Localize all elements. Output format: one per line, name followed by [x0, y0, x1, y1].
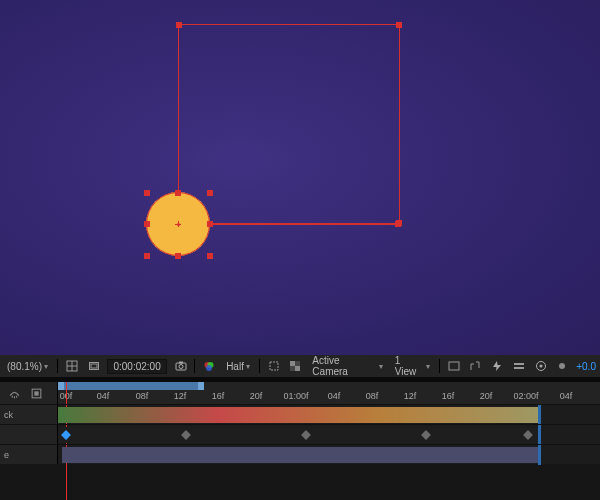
share-view-icon[interactable]: [446, 358, 462, 374]
safe-zones-icon[interactable]: [86, 358, 102, 374]
ruler-tick-label: 08f: [366, 391, 379, 401]
circle-handle-l[interactable]: [144, 221, 150, 227]
svg-rect-18: [514, 367, 524, 369]
transparency-grid-icon[interactable]: [288, 358, 304, 374]
view-layout-icon[interactable]: [64, 358, 80, 374]
svg-point-20: [539, 365, 542, 368]
svg-rect-12: [290, 361, 295, 366]
circle-handle-bl[interactable]: [144, 253, 150, 259]
track-lane[interactable]: [58, 444, 600, 464]
chevron-down-icon: ▾: [426, 362, 430, 371]
active-camera-dropdown[interactable]: Active Camera ▾: [309, 354, 385, 378]
track-label[interactable]: e: [0, 444, 58, 464]
motion-path-keyframe-vertex[interactable]: [395, 221, 401, 227]
snapshot-icon[interactable]: [173, 358, 189, 374]
timecode-value: 0:00:02:00: [113, 361, 160, 372]
track-row[interactable]: ck: [0, 404, 600, 424]
magnification-value: (80.1%): [7, 361, 42, 372]
circle-handle-b[interactable]: [175, 253, 181, 259]
track-label[interactable]: [0, 424, 58, 444]
svg-rect-14: [295, 361, 300, 366]
svg-rect-4: [91, 364, 97, 368]
channel-rgb-icon[interactable]: [201, 358, 217, 374]
ruler-tick-label: 16f: [442, 391, 455, 401]
separator: [439, 359, 440, 373]
comp-flowchart-icon[interactable]: [533, 358, 549, 374]
composition-viewport[interactable]: [0, 0, 600, 355]
fast-previews-icon[interactable]: [489, 358, 505, 374]
svg-rect-17: [514, 363, 524, 365]
region-of-interest-icon[interactable]: [266, 358, 282, 374]
ruler-tick-label: 12f: [404, 391, 417, 401]
ruler-tick-label: 04f: [560, 391, 573, 401]
resolution-value: Half: [226, 361, 244, 372]
svg-point-21: [559, 363, 565, 369]
comp-end-marker: [538, 425, 541, 445]
svg-rect-26: [34, 391, 38, 395]
circle-handle-t[interactable]: [175, 190, 181, 196]
layer-bar[interactable]: [62, 447, 540, 463]
work-area-end-grip[interactable]: [198, 382, 204, 390]
reset-exposure-icon[interactable]: [554, 358, 570, 374]
track-label[interactable]: ck: [0, 404, 58, 424]
chevron-down-icon: ▾: [44, 362, 48, 371]
timeline-left-header: [0, 382, 58, 404]
current-time-indicator[interactable]: [66, 382, 67, 404]
ruler-tick-label: 16f: [212, 391, 225, 401]
ruler-tick-label: 02:00f: [513, 391, 538, 401]
ruler-tick-label: 04f: [328, 391, 341, 401]
ruler-tick-label: 20f: [250, 391, 263, 401]
track-lane[interactable]: [58, 424, 600, 444]
ruler-tick-labels: 00f04f08f12f16f20f01:00f04f08f12f16f20f0…: [58, 390, 600, 404]
shy-layers-icon[interactable]: [6, 385, 22, 401]
resolution-dropdown[interactable]: Half ▾: [223, 360, 253, 373]
resize-handle-tl[interactable]: [176, 22, 182, 28]
separator: [259, 359, 260, 373]
viewport-toolbar: (80.1%) ▾ 0:00:02:00 Half ▾ Active Camer…: [0, 355, 600, 377]
work-area-bar[interactable]: [58, 382, 204, 390]
work-area-start-grip[interactable]: [58, 382, 64, 390]
layer-bar[interactable]: [58, 427, 538, 443]
separator: [57, 359, 58, 373]
circle-handle-br[interactable]: [207, 253, 213, 259]
svg-rect-15: [290, 366, 295, 371]
ruler-tick-label: 08f: [136, 391, 149, 401]
svg-rect-16: [449, 362, 459, 370]
svg-rect-7: [179, 362, 183, 364]
layer-bar[interactable]: [58, 407, 538, 423]
timeline-panel-icon[interactable]: [511, 358, 527, 374]
views-value: 1 View: [395, 355, 424, 377]
svg-rect-13: [295, 366, 300, 371]
separator: [194, 359, 195, 373]
track-row[interactable]: e: [0, 444, 600, 464]
ruler-tick-label: 04f: [97, 391, 110, 401]
timeline-header: 00f04f08f12f16f20f01:00f04f08f12f16f20f0…: [0, 382, 600, 404]
magnification-dropdown[interactable]: (80.1%) ▾: [4, 360, 51, 373]
track-lane[interactable]: [58, 404, 600, 424]
comp-end-marker: [538, 445, 541, 465]
pixel-aspect-icon[interactable]: [468, 358, 484, 374]
circle-handle-r[interactable]: [207, 221, 213, 227]
circle-handle-tl[interactable]: [144, 190, 150, 196]
layer-switches-icon[interactable]: [28, 385, 44, 401]
views-dropdown[interactable]: 1 View ▾: [392, 354, 433, 378]
ruler-tick-label: 12f: [174, 391, 187, 401]
timeline-tracks: cke: [0, 404, 600, 500]
timeline-empty-area: [0, 464, 600, 500]
chevron-down-icon: ▾: [246, 362, 250, 371]
svg-point-10: [206, 365, 212, 371]
comp-end-marker: [538, 405, 541, 425]
svg-rect-11: [270, 362, 278, 370]
track-row[interactable]: [0, 424, 600, 444]
anchor-center-dot: [177, 223, 180, 226]
exposure-value[interactable]: +0.0: [576, 361, 596, 372]
circle-handle-tr[interactable]: [207, 190, 213, 196]
svg-point-6: [179, 365, 183, 369]
resize-handle-tr[interactable]: [396, 22, 402, 28]
camera-value: Active Camera: [312, 355, 376, 377]
current-timecode[interactable]: 0:00:02:00: [107, 359, 166, 374]
chevron-down-icon: ▾: [379, 362, 383, 371]
ruler-tick-label: 20f: [480, 391, 493, 401]
time-ruler[interactable]: 00f04f08f12f16f20f01:00f04f08f12f16f20f0…: [58, 382, 600, 404]
ruler-tick-label: 01:00f: [283, 391, 308, 401]
